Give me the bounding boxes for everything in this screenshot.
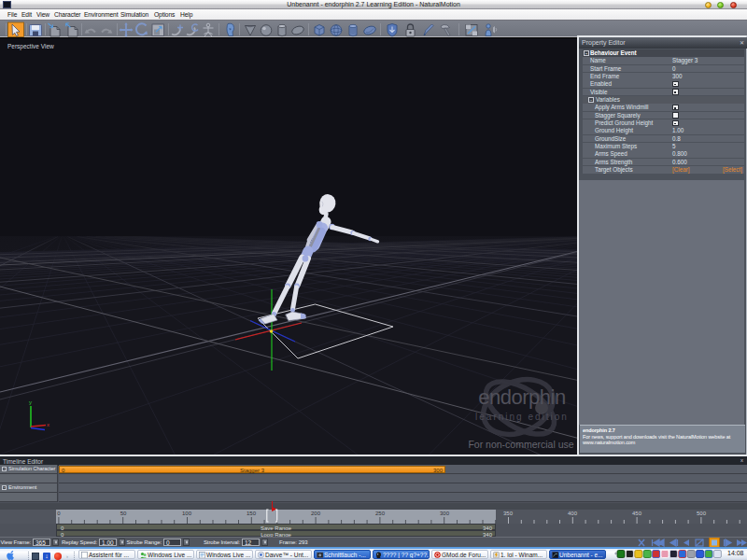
- svg-text:x: x: [47, 422, 49, 427]
- svg-text:For non-commercial use: For non-commercial use: [468, 439, 573, 450]
- svg-text:Perspective View: Perspective View: [7, 43, 54, 50]
- svg-text:learning edition: learning edition: [475, 412, 569, 422]
- svg-text:endorphin: endorphin: [478, 385, 565, 409]
- svg-text:y: y: [29, 399, 32, 405]
